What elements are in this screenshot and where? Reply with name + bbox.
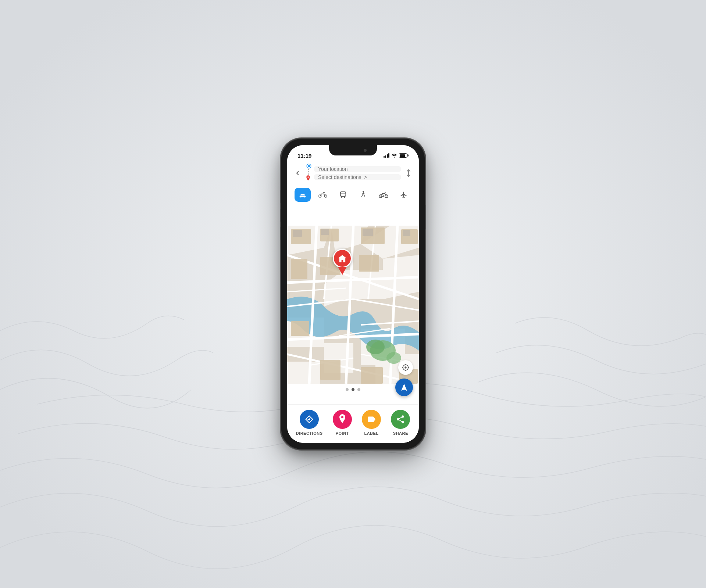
signal-icon [384,153,390,158]
phone-screen: 11:19 [287,145,419,443]
share-label: SHARE [393,431,408,435]
svg-point-13 [363,191,364,192]
transport-mode-bar [287,186,419,205]
svg-point-64 [405,367,406,368]
pagination-dot-3 [357,388,360,391]
label-action[interactable]: LABEL [362,410,381,435]
svg-rect-28 [287,362,320,384]
back-button[interactable] [292,168,303,178]
origin-input[interactable] [314,166,401,172]
map-area[interactable] [287,205,419,404]
transport-bus[interactable] [335,188,351,202]
battery-icon [399,153,409,158]
directions-label: DIRECTIONS [296,431,323,435]
transport-walk[interactable] [355,188,371,202]
svg-point-10 [343,197,345,198]
status-time: 11:19 [297,153,311,159]
svg-rect-57 [361,367,383,384]
phone-mockup: 11:19 [281,139,425,449]
pin-tail [338,267,347,275]
svg-point-47 [386,352,401,364]
notch [329,145,377,155]
pin-circle [333,249,352,268]
navigation-fab[interactable] [395,379,413,396]
status-icons [384,153,409,158]
status-bar: 11:19 [287,145,419,161]
point-icon-circle [333,410,352,429]
search-header [287,161,419,186]
wifi-icon [391,153,397,158]
svg-point-3 [300,196,302,197]
swap-button[interactable] [403,168,414,178]
svg-rect-61 [363,229,373,236]
route-connector [308,168,309,175]
transport-motorcycle[interactable] [315,188,331,202]
label-icon-circle [362,410,381,429]
transport-bicycle[interactable] [375,188,392,202]
share-action[interactable]: SHARE [391,410,410,435]
share-icon-circle [391,410,410,429]
svg-rect-60 [321,229,329,235]
point-label: POINT [336,431,349,435]
camera-dot [364,149,367,152]
svg-rect-59 [293,230,302,237]
origin-dot [307,164,311,168]
destination-pin-icon [306,175,311,182]
svg-rect-55 [291,321,309,336]
directions-icon-circle [300,410,319,429]
map-location-pin [333,249,352,275]
pagination-dot-2 [352,388,354,391]
svg-point-46 [366,340,385,354]
pagination-dots [346,388,360,391]
label-label: LABEL [364,431,378,435]
svg-rect-7 [340,192,346,197]
bottom-actions-bar: DIRECTIONS POINT LABEL [287,404,419,443]
directions-action[interactable]: DIRECTIONS [296,410,323,435]
transport-car[interactable] [295,188,311,202]
point-action[interactable]: POINT [333,410,352,435]
svg-point-9 [341,197,342,198]
svg-rect-52 [291,259,307,279]
locate-button[interactable] [398,360,413,375]
svg-rect-62 [403,230,410,236]
map-background [287,205,419,404]
destination-input[interactable] [314,174,401,180]
svg-rect-56 [320,360,340,380]
svg-point-4 [304,196,305,197]
transport-plane[interactable] [396,188,412,202]
pagination-dot-1 [346,388,349,391]
svg-rect-54 [359,255,379,272]
